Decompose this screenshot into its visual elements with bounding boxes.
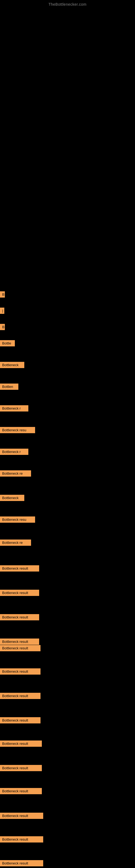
bottleneck-result-label: Bottleneck [0, 362, 24, 368]
bottleneck-result-label: Bottleneck result [0, 717, 41, 723]
bottleneck-result-label: Bottle [0, 340, 15, 346]
bottleneck-result-label: Bottleneck re [0, 539, 31, 546]
bottleneck-result-label: Bottleneck result [0, 614, 39, 620]
bottleneck-result-label: Bottleneck r [0, 405, 28, 411]
bottleneck-result-label: B [0, 291, 5, 298]
bottleneck-result-label: | [0, 308, 4, 314]
bottleneck-result-label: Bottleneck result [0, 645, 41, 651]
bottleneck-result-label: Bottleneck result [0, 860, 43, 866]
bottleneck-result-label: Bottleneck result [0, 693, 41, 699]
bottleneck-result-label: Bottleneck re [0, 470, 31, 476]
bottleneck-result-label: Bottleneck resu [0, 427, 35, 433]
bottleneck-result-label: Bottleneck result [0, 788, 42, 794]
bottleneck-result-label: Bottleneck result [0, 669, 41, 675]
bottleneck-result-label: Bottleneck result [0, 565, 39, 571]
bottleneck-result-label: Bottleneck result [0, 836, 43, 842]
bottleneck-result-label: Bottleneck r [0, 448, 28, 455]
bottleneck-result-label: Bottleneck result [0, 765, 42, 771]
bottleneck-result-label: Bottleneck result [0, 590, 39, 596]
bottleneck-result-label: Bottleneck resu [0, 517, 35, 523]
bottleneck-result-label: Bottlen [0, 383, 18, 390]
bottleneck-result-label: B [0, 324, 5, 330]
bottleneck-result-label: Bottleneck [0, 495, 24, 501]
bottleneck-result-label: Bottleneck result [0, 741, 42, 747]
bottleneck-result-label: Bottleneck result [0, 639, 39, 645]
site-title: TheBottlenecker.com [0, 0, 135, 6]
bottleneck-result-label: Bottleneck result [0, 813, 43, 819]
